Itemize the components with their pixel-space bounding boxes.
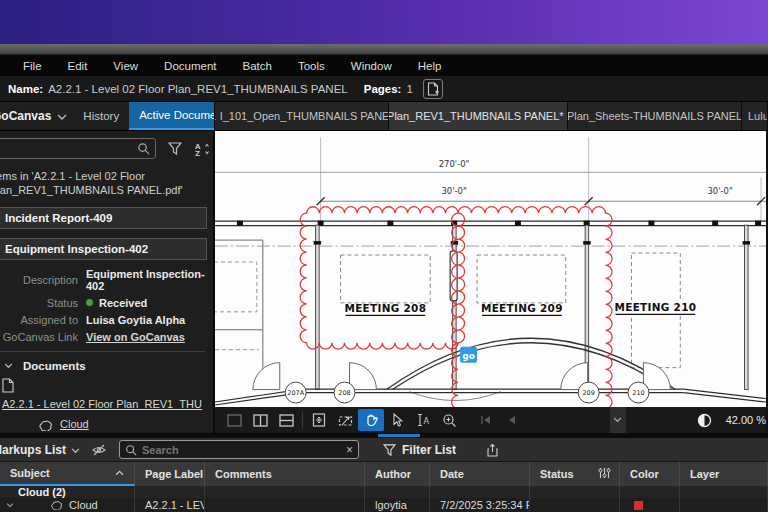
tab-history[interactable]: History [83, 110, 119, 122]
menu-view[interactable]: View [100, 60, 151, 72]
doc-tab-4[interactable]: Lulu [742, 102, 768, 130]
column-status[interactable]: Status [530, 462, 620, 485]
cloud-markup-entry: Cloud [38, 418, 213, 431]
chevron-down-icon[interactable] [57, 114, 67, 121]
cloud-link[interactable]: Cloud [60, 418, 89, 430]
split-horizontal-button[interactable] [273, 409, 299, 431]
chevron-down-icon [4, 363, 13, 369]
pdf-canvas[interactable]: 270'-0" 30'-0" 30'-0" [215, 131, 766, 407]
document-tabs: ... I_101_Open_THUMBNAILS PANEL ... Plan… [215, 102, 768, 130]
clear-search-icon[interactable]: × [346, 443, 353, 457]
document-entry: A2.2.1 - Level 02 Floor Plan_REV1_THUMBN… [2, 378, 213, 410]
window-edge [0, 44, 768, 55]
field-value-status: Received [99, 297, 147, 309]
gocanvas-panel-header: GoCanvas History Active Document [0, 102, 215, 130]
door-tag-208: 208 [338, 389, 350, 397]
row-color-swatch[interactable] [634, 501, 643, 510]
room-label-210: MEETING 210 [615, 301, 697, 313]
incident-report-item[interactable]: Incident Report-409 [0, 207, 207, 229]
pages-label: Pages: [364, 83, 402, 95]
field-value-description: Equipment Inspection-402 [86, 268, 213, 292]
search-icon [137, 142, 150, 155]
field-label-assigned-to: Assigned to [0, 314, 78, 326]
select-tool-button[interactable] [384, 409, 410, 431]
pan-tool-button[interactable] [358, 409, 384, 431]
search-icon [125, 444, 137, 456]
panel-title[interactable]: GoCanvas [0, 109, 51, 123]
panel-separator [0, 433, 768, 438]
door-tag-207a: 207A [287, 389, 304, 397]
sort-asc-icon [115, 470, 124, 476]
scrollbar-down-chevron[interactable] [610, 407, 626, 433]
filter-icon[interactable] [168, 142, 182, 155]
dim-left: 30'-0" [441, 186, 467, 196]
desktop-wallpaper [0, 0, 768, 44]
menu-window[interactable]: Window [338, 60, 405, 72]
tab-active-document[interactable]: Active Document [129, 102, 215, 130]
horizontal-scrollbar-thumb[interactable] [378, 434, 420, 437]
single-page-view-button[interactable] [221, 409, 247, 431]
markups-column-headers: Subject Page Label Comments Author Date … [0, 462, 768, 485]
sort-az-icon[interactable]: AZ [194, 142, 210, 156]
split-vertical-button[interactable] [247, 409, 273, 431]
markups-search-input[interactable] [142, 444, 346, 456]
row-date: 7/2/2025 3:25:34 PM [430, 498, 530, 512]
menu-edit[interactable]: Edit [55, 60, 101, 72]
column-author[interactable]: Author [365, 462, 430, 485]
field-label-gocanvas-link: GoCanvas Link [0, 331, 78, 343]
status-filter-icon[interactable] [598, 467, 611, 481]
documents-section-header[interactable]: Documents [4, 360, 213, 372]
hide-markups-icon[interactable] [91, 444, 107, 456]
canvas-toolbar: A 42.00 % [215, 407, 766, 433]
menu-document[interactable]: Document [151, 60, 229, 72]
room-label-208: MEETING 208 [344, 302, 426, 314]
column-page-label[interactable]: Page Label [135, 462, 205, 485]
previous-page-button[interactable] [498, 409, 524, 431]
zoom-level-value[interactable]: 42.00 % [726, 414, 766, 426]
svg-text:A: A [423, 417, 429, 426]
item-detail-fields: Description Equipment Inspection-402 Sta… [0, 268, 213, 343]
menu-file[interactable]: File [10, 60, 55, 72]
floor-plan-drawing: 270'-0" 30'-0" 30'-0" [215, 131, 766, 407]
menu-help[interactable]: Help [405, 60, 455, 72]
filter-list-button[interactable]: Filter List [383, 443, 456, 457]
dim-overall: 270'-0" [439, 159, 470, 169]
row-page-label: A2.2.1 - LEVE... [135, 498, 205, 512]
snapshot-button[interactable] [332, 409, 358, 431]
row-expand-chevron[interactable] [6, 503, 14, 508]
gocanvas-item-badge[interactable]: go [460, 347, 477, 363]
column-subject[interactable]: Subject [0, 462, 135, 485]
field-label-status: Status [0, 297, 78, 309]
markups-group-row[interactable]: Cloud (2) [0, 486, 768, 499]
doc-tab-1[interactable]: ... I_101_Open_THUMBNAILS PANEL [215, 102, 389, 130]
column-comments[interactable]: Comments [205, 462, 365, 485]
doc-tab-2-active[interactable]: ... Plan_REV1_THUMBNAILS PANEL* × [389, 102, 568, 130]
panel-search-input[interactable] [0, 138, 156, 159]
column-color[interactable]: Color [620, 462, 680, 485]
tab-row: GoCanvas History Active Document ... I_1… [0, 102, 768, 131]
first-page-button[interactable] [472, 409, 498, 431]
items-heading: Items in 'A2.2.1 - Level 02 Floor Plan_R… [0, 169, 207, 198]
markups-search-box[interactable]: × [119, 440, 359, 459]
doc-tab-3[interactable]: Plan_Sheets-THUMBNAILS PANEL [568, 102, 742, 130]
pan-page-button[interactable] [306, 409, 332, 431]
export-icon[interactable] [486, 443, 499, 457]
panel-search-row: AZ [0, 138, 213, 159]
menu-tools[interactable]: Tools [285, 60, 338, 72]
markups-list-title[interactable]: Markups List [0, 443, 66, 457]
insert-page-button[interactable] [423, 79, 443, 99]
main-area: AZ Items in 'A2.2.1 - Level 02 Floor Pla… [0, 131, 768, 433]
menu-batch[interactable]: Batch [230, 60, 285, 72]
chevron-down-icon[interactable] [71, 448, 80, 454]
select-text-button[interactable]: A [410, 409, 436, 431]
view-on-gocanvas-link[interactable]: View on GoCanvas [86, 331, 185, 343]
document-link[interactable]: A2.2.1 - Level 02 Floor Plan_REV1_THUMBN… [2, 398, 202, 410]
markup-row-cloud[interactable]: Cloud A2.2.1 - LEVE... lgoytia 7/2/2025 … [0, 498, 768, 512]
dark-mode-toggle[interactable] [692, 409, 718, 431]
gocanvas-panel: AZ Items in 'A2.2.1 - Level 02 Floor Pla… [0, 131, 215, 433]
markups-list-header: Markups List × Filter List [0, 438, 768, 462]
zoom-in-button[interactable] [436, 409, 462, 431]
equipment-inspection-item[interactable]: Equipment Inspection-402 [0, 238, 207, 260]
column-date[interactable]: Date [430, 462, 530, 485]
column-layer[interactable]: Layer [680, 462, 768, 485]
